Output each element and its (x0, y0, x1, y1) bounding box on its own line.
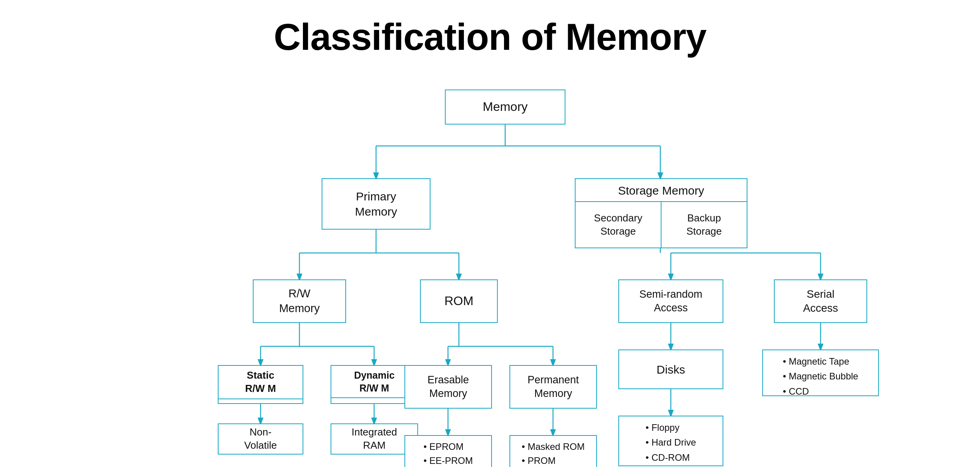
label-primary-memory: Primary Memory (355, 189, 397, 219)
label-serial-items: • Magnetic Tape • Magnetic Bubble • CCD (783, 354, 858, 399)
box-serial-items: • Magnetic Tape • Magnetic Bubble • CCD (762, 349, 879, 396)
main-title: Classification of Memory (0, 0, 980, 58)
box-disk-items: • Floppy • Hard Drive • CD-ROM • Zip Dis… (618, 416, 723, 466)
label-masked-rom: • Masked ROM • PROM (522, 440, 585, 467)
box-rom: ROM (420, 279, 498, 323)
box-erasable-items: • EPROM • EE-PROM • Flash M (404, 435, 492, 467)
box-static-sub: Non- Volatile (218, 423, 303, 455)
label-erasable-memory: Erasable Memory (427, 373, 469, 400)
label-storage-memory: Storage Memory (576, 179, 747, 201)
page: Classification of Memory (0, 0, 980, 467)
box-memory: Memory (445, 90, 565, 125)
box-erasable-memory: Erasable Memory (404, 365, 492, 409)
label-serial-access: Serial Access (803, 287, 838, 316)
box-static-rw: StaticR/W M (218, 365, 303, 404)
box-rw-memory: R/W Memory (253, 279, 346, 323)
label-secondary-storage: SecondaryStorage (576, 202, 662, 248)
box-permanent-memory: Permanent Memory (509, 365, 597, 409)
diagram-area: Memory Primary Memory Storage Memory Sec… (0, 70, 980, 467)
label-memory: Memory (483, 99, 528, 115)
label-erasable-items: • EPROM • EE-PROM • Flash M (424, 440, 473, 467)
label-rom: ROM (444, 293, 474, 309)
box-storage-memory-outer: Storage Memory SecondaryStorage BackupSt… (575, 178, 747, 248)
label-disk-items: • Floppy • Hard Drive • CD-ROM • Zip Dis… (646, 420, 696, 467)
box-serial-access: Serial Access (774, 279, 867, 323)
label-static-sub: Non- Volatile (244, 426, 277, 452)
box-semi-random: Semi-random Access (618, 279, 723, 323)
label-disks: Disks (656, 362, 685, 377)
label-static-rw-title: StaticR/W M (219, 366, 303, 399)
label-rw-memory: R/W Memory (279, 286, 320, 316)
box-masked-rom: • Masked ROM • PROM (509, 435, 597, 467)
box-primary-memory: Primary Memory (322, 178, 430, 230)
label-permanent-memory: Permanent Memory (527, 373, 579, 400)
box-disks: Disks (618, 349, 723, 389)
label-backup-storage: BackupStorage (662, 202, 747, 248)
label-semi-random: Semi-random Access (639, 288, 702, 315)
label-dynamic-sub: Integrated RAM (352, 426, 397, 452)
